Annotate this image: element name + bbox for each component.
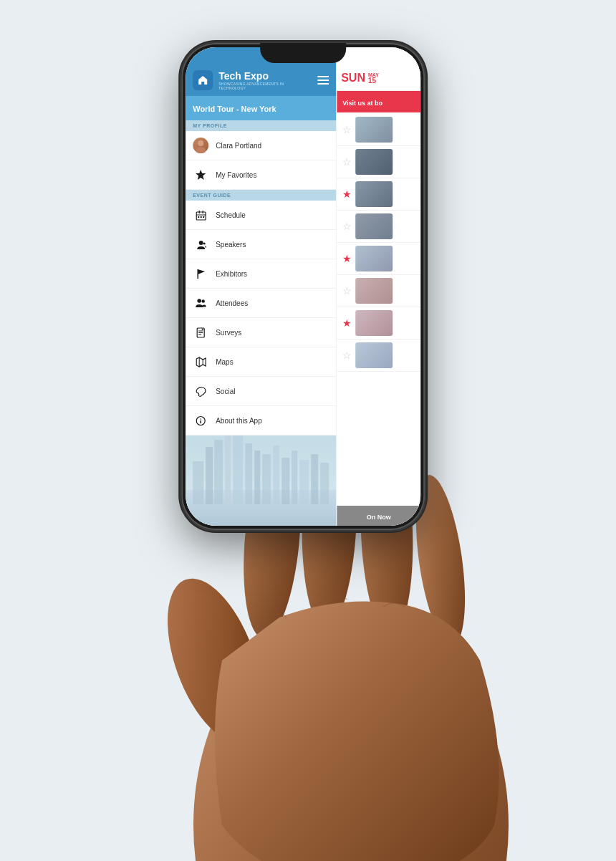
exhibitors-icon [196,269,206,279]
svg-rect-46 [311,454,318,504]
star-button-2[interactable]: ☆ [341,156,352,168]
calendar-icon [193,207,208,223]
schedule-icon [196,210,206,221]
profile-menu-item[interactable]: Clara Portland [186,131,336,160]
schedule-menu-item[interactable]: Schedule [186,201,336,230]
svg-point-7 [196,147,206,153]
home-icon-box [193,70,213,90]
star-button-6[interactable]: ☆ [341,285,352,297]
svg-rect-41 [262,454,271,504]
social-menu-item[interactable]: Social [186,377,336,406]
schedule-label: Schedule [216,211,246,219]
favorites-label: My Favorites [216,171,256,179]
user-avatar [193,138,208,153]
date-number: 15 [368,77,379,85]
feed-item: ☆ [337,211,420,243]
svg-marker-19 [198,269,205,274]
feed-thumbnail-6 [355,278,393,304]
event-title: World Tour - New York [193,105,276,113]
phone-container: Tech Expo SHOWCASING ADVANCEMENTS IN TEC… [181,43,425,530]
star-empty-icon: ☆ [342,285,352,297]
feed-thumbnail-5 [355,246,393,271]
svg-rect-15 [203,216,204,218]
star-button-7[interactable]: ★ [341,317,352,329]
star-filled-icon: ★ [342,188,352,200]
flag-icon [193,266,208,282]
app-title: Tech Expo [218,71,312,81]
exhibitors-menu-item[interactable]: Exhibitors [186,259,336,289]
feed-item: ☆ [337,114,420,146]
feed-thumbnail-2 [355,149,393,175]
on-now-bar: On Now [337,506,420,526]
hamburger-line-1 [317,76,329,77]
svg-rect-40 [254,451,260,504]
surveys-menu-item[interactable]: Surveys [186,318,336,347]
star-empty-icon: ☆ [342,124,352,135]
svg-rect-43 [281,458,289,504]
day-label: SUN [341,72,365,85]
about-svg [196,415,206,426]
speakers-icon [196,239,206,250]
star-empty-icon: ☆ [342,350,352,361]
svg-rect-14 [200,216,201,218]
svg-rect-9 [196,212,206,220]
survey-icon [193,324,208,340]
favorites-star-icon [193,167,208,183]
feed-item: ☆ [337,146,420,178]
favorites-menu-item[interactable]: My Favorites [186,160,336,190]
svg-rect-36 [225,436,231,504]
on-now-label: On Now [367,514,391,521]
exhibitors-label: Exhibitors [216,270,247,278]
svg-point-21 [202,299,205,302]
feed-thumbnail-3 [355,181,393,207]
surveys-label: Surveys [216,329,241,337]
maps-menu-item[interactable]: Maps [186,347,336,377]
attendees-menu-item[interactable]: Attendees [186,289,336,318]
left-panel: Tech Expo SHOWCASING ADVANCEMENTS IN TEC… [186,47,336,526]
svg-rect-34 [206,447,213,504]
scene: Tech Expo SHOWCASING ADVANCEMENTS IN TEC… [0,0,616,861]
right-panel: SUN MAY 15 Visit us at bo [336,47,420,526]
visit-text: Visit us at bo [342,100,382,107]
svg-rect-35 [214,440,223,504]
star-icon [195,169,206,181]
feed-item: ☆ [337,275,420,307]
speakers-menu-item[interactable]: Speakers [186,230,336,259]
phone-frame: Tech Expo SHOWCASING ADVANCEMENTS IN TEC… [181,43,425,530]
attendees-label: Attendees [216,299,248,307]
phone-notch [260,43,346,63]
event-guide-section-label: EVENT GUIDE [186,190,336,201]
city-skyline-svg [186,436,336,526]
feed-thumbnail-7 [355,310,393,336]
about-menu-item[interactable]: About this App [186,406,336,436]
svg-rect-47 [320,463,329,504]
star-button-8[interactable]: ☆ [341,350,352,361]
social-label: Social [216,388,235,395]
home-icon [197,74,208,86]
about-label: About this App [216,417,262,425]
star-button-1[interactable]: ☆ [341,124,352,135]
feed-thumbnail-4 [355,213,393,239]
svg-rect-45 [299,460,309,504]
social-svg [196,386,206,397]
social-icon [193,383,208,399]
star-empty-icon: ☆ [342,221,352,232]
svg-point-30 [200,418,201,420]
avatar-image [193,138,208,153]
surveys-svg [196,327,206,338]
star-button-3[interactable]: ★ [341,188,352,200]
star-button-5[interactable]: ★ [341,253,352,264]
svg-point-6 [198,140,203,146]
app-title-block: Tech Expo SHOWCASING ADVANCEMENTS IN TEC… [218,71,312,90]
svg-point-17 [203,242,205,244]
svg-rect-33 [193,461,203,504]
maps-label: Maps [216,358,233,366]
star-filled-icon: ★ [342,317,352,329]
attendees-svg [195,298,206,309]
feed-item: ☆ [337,340,420,372]
star-button-4[interactable]: ☆ [341,221,352,232]
feed-list: ☆ ☆ [337,114,420,506]
hamburger-line-3 [317,83,329,85]
hamburger-button[interactable] [317,76,329,85]
svg-point-16 [198,241,203,245]
